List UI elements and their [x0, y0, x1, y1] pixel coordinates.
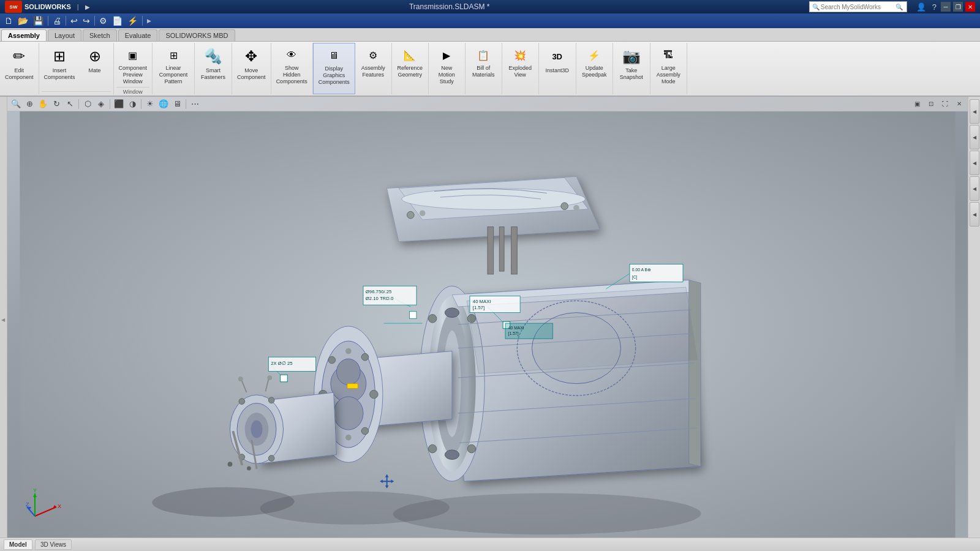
edit-component-icon: ✏ — [8, 45, 30, 67]
file-properties-button[interactable]: 📄 — [110, 16, 124, 26]
right-panel-btn-5[interactable]: ◀ — [970, 202, 979, 227]
lights-button[interactable]: ☀ — [144, 98, 156, 110]
reference-geometry-button[interactable]: 📐 ReferenceGeometry — [394, 44, 425, 80]
display-graphics-label: DisplayGraphicsComponents — [318, 66, 350, 85]
options-button[interactable]: ⚡ — [126, 16, 140, 26]
group-label — [42, 91, 111, 93]
render-mode-button[interactable]: ◑ — [126, 98, 138, 110]
right-panel-btn-1[interactable]: ◀ — [970, 99, 979, 124]
open-button[interactable]: 📂 — [16, 16, 30, 26]
right-panel-btn-3[interactable]: ◀ — [970, 151, 979, 175]
rotate-button[interactable]: ↻ — [50, 98, 62, 110]
scenes-button[interactable]: 🌐 — [157, 98, 170, 110]
svg-text:0.00  A B⊕: 0.00 A B⊕ — [632, 268, 651, 272]
qa-sep1 — [48, 16, 48, 26]
update-speedpak-button[interactable]: ⚡ UpdateSpeedpak — [579, 44, 609, 80]
svg-text:[C]: [C] — [632, 275, 638, 280]
svg-text:[1.57]: [1.57] — [508, 331, 519, 336]
assembly-features-icon: ⚙ — [363, 45, 383, 65]
large-assembly-mode-button[interactable]: 🏗 LargeAssemblyMode — [654, 44, 683, 86]
display-graphics-button[interactable]: 🖥 DisplayGraphicsComponents — [316, 45, 352, 86]
move-component-button[interactable]: ✥ MoveComponent — [235, 44, 268, 82]
account-icon[interactable]: 👤 — [916, 2, 926, 12]
ribbon-group-speedpak: ⚡ UpdateSpeedpak — [576, 43, 613, 94]
qa-sep4 — [142, 16, 143, 26]
app-name: SOLIDWORKS — [24, 3, 71, 10]
view-options-button[interactable]: ⬛ — [113, 98, 125, 110]
more-options-button[interactable]: ⋯ — [189, 98, 201, 110]
take-snapshot-label: TakeSnapshot — [620, 67, 643, 81]
assembly-features-label: AssemblyFeatures — [361, 65, 385, 78]
svg-point-43 — [268, 397, 274, 403]
print-button[interactable]: 🖨 — [51, 16, 63, 26]
linear-pattern-button[interactable]: ⊞ Linear ComponentPattern — [155, 44, 192, 86]
select-button[interactable]: ↖ — [64, 98, 76, 110]
tab-assembly[interactable]: Assembly — [1, 29, 47, 41]
svg-text:Ø2.10 TRD.0: Ø2.10 TRD.0 — [366, 296, 393, 301]
close-view-button[interactable]: ✕ — [953, 98, 965, 110]
new-motion-study-button[interactable]: ▶ NewMotionStudy — [433, 44, 460, 86]
svg-point-35 — [345, 348, 352, 354]
tab-sketch[interactable]: Sketch — [83, 29, 117, 41]
exploded-view-button[interactable]: 💥 ExplodedView — [506, 44, 534, 80]
tab-model[interactable]: Model — [4, 539, 32, 550]
zoom-in-button[interactable]: ⊕ — [23, 98, 36, 110]
assembly-features-button[interactable]: ⚙ AssemblyFeatures — [359, 44, 388, 80]
right-panel-btn-2[interactable]: ◀ — [970, 125, 979, 149]
sw-logo-box: SW — [5, 1, 22, 13]
edit-component-button[interactable]: ✏ EditComponent — [2, 44, 36, 82]
normal-view-button[interactable]: ▣ — [911, 98, 923, 110]
search-input[interactable] — [821, 4, 894, 10]
display-type-button[interactable]: ◈ — [95, 98, 107, 110]
svg-point-51 — [238, 377, 243, 381]
tab-layout[interactable]: Layout — [48, 29, 81, 41]
ribbon-toolbar: ✏ EditComponent ⊞ InsertComponents ⊕ Mat… — [0, 42, 980, 97]
svg-text:Z: Z — [26, 501, 29, 508]
save-button[interactable]: 💾 — [31, 16, 45, 26]
insert-components-button[interactable]: ⊞ InsertComponents — [42, 44, 78, 82]
svg-rect-9 — [488, 227, 494, 274]
search-bar[interactable]: 🔍 🔍 — [809, 1, 907, 12]
show-hidden-button[interactable]: 👁 ShowHiddenComponents — [274, 44, 310, 86]
help-icon[interactable]: ? — [932, 2, 937, 12]
component-preview-button[interactable]: ▣ ComponentPreviewWindow — [116, 44, 150, 86]
qa-sep2 — [66, 16, 66, 26]
vt-sep3 — [141, 99, 141, 109]
display-settings-button[interactable]: 🖥 — [171, 98, 183, 110]
tab-3d-views[interactable]: 3D Views — [35, 539, 72, 550]
restore-button[interactable]: ❐ — [953, 2, 963, 12]
tab-evaluate[interactable]: Evaluate — [118, 29, 158, 41]
tab-solidworks-mbd[interactable]: SOLIDWORKS MBD — [159, 29, 235, 41]
svg-point-18 — [428, 315, 437, 323]
mate-button[interactable]: ⊕ Mate — [79, 44, 111, 75]
redo-button[interactable]: ↪ — [81, 16, 92, 26]
viewport[interactable]: 🔍 ⊕ ✋ ↻ ↖ ⬡ ◈ ⬛ ◑ ☀ 🌐 🖥 ⋯ ▣ ⊡ ⛶ ✕ — [7, 97, 968, 538]
rebuild-button[interactable]: ⚙ — [97, 16, 109, 26]
take-snapshot-button[interactable]: 📷 TakeSnapshot — [616, 44, 647, 82]
expand-button[interactable]: ⊡ — [925, 98, 937, 110]
svg-rect-68 — [281, 375, 288, 382]
svg-rect-69 — [630, 264, 683, 282]
customize-button[interactable]: ▶ — [145, 18, 153, 24]
minimize-button[interactable]: ─ — [941, 2, 951, 12]
sketch-display-button[interactable]: ⬡ — [81, 98, 94, 110]
instant3d-button[interactable]: 3D Instant3D — [541, 44, 573, 75]
right-panel-btn-4[interactable]: ◀ — [970, 176, 979, 201]
large-assembly-mode-icon: 🏗 — [658, 45, 678, 65]
fullscreen-button[interactable]: ⛶ — [939, 98, 951, 110]
solidworks-logo[interactable]: SW SOLIDWORKS — [5, 1, 71, 13]
svg-point-53 — [267, 375, 272, 380]
new-button[interactable]: 🗋 — [2, 16, 15, 26]
undo-button[interactable]: ↩ — [69, 16, 80, 26]
assembly-view[interactable]: Ø96.750/.25 Ø2.10 TRD.0 40 MAXI [1.57] 2… — [7, 111, 968, 538]
bill-of-materials-button[interactable]: 📋 Bill ofMaterials — [470, 44, 497, 80]
pan-button[interactable]: ✋ — [37, 98, 49, 110]
edit-component-label: EditComponent — [5, 67, 34, 81]
update-speedpak-label: UpdateSpeedpak — [582, 65, 607, 78]
smart-fasteners-button[interactable]: 🔩 SmartFasteners — [197, 44, 229, 82]
coordinate-axes: X Y Z — [26, 489, 62, 525]
move-component-icon: ✥ — [240, 45, 262, 67]
close-button[interactable]: ✕ — [965, 2, 975, 12]
panel-collapse-arrow[interactable]: ◀ — [1, 317, 5, 323]
zoom-to-fit-button[interactable]: 🔍 — [10, 98, 22, 110]
